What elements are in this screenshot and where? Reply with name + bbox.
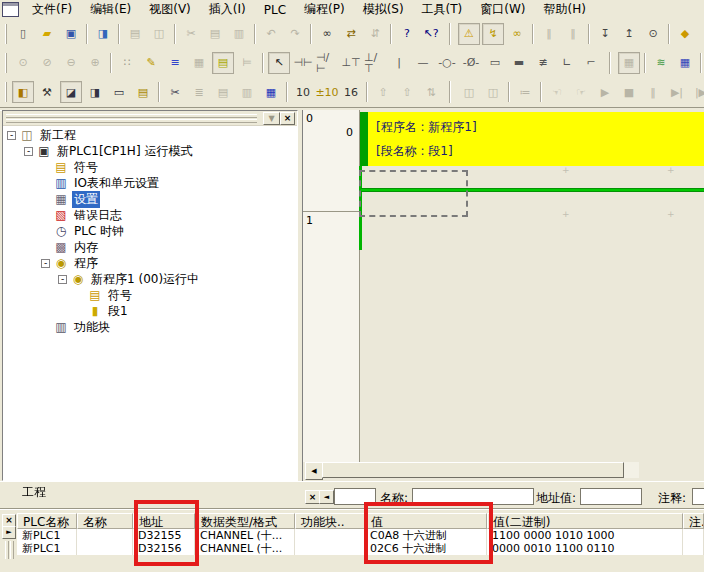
watch-row[interactable]: 新PLC1D32156CHANNEL (十...02C6 十六进制0000 00… bbox=[17, 542, 704, 555]
hex-display-button[interactable]: 16 bbox=[340, 81, 362, 103]
watch-column-header[interactable]: 注... bbox=[683, 513, 704, 529]
tree-item[interactable]: ▥ 功能块 bbox=[3, 319, 297, 335]
coil-button[interactable]: -○- bbox=[436, 52, 458, 74]
tree-item[interactable]: ▦ 设置 bbox=[3, 191, 297, 207]
monitor-button[interactable]: ↯ bbox=[482, 23, 504, 45]
delete-horizontal-button[interactable]: ⌐ bbox=[580, 52, 602, 74]
show-watch-window-button[interactable]: ◪ bbox=[60, 81, 82, 103]
comment-input[interactable] bbox=[692, 488, 704, 505]
zoom-cut-button[interactable]: ⊘ bbox=[36, 52, 58, 74]
ladder-cell-selection[interactable] bbox=[359, 170, 468, 217]
sheet-next-icon[interactable]: ► bbox=[2, 526, 16, 539]
watch-row[interactable]: 新PLC1D32155CHANNEL (十...C0A8 十六进制1100 00… bbox=[17, 529, 704, 542]
clock-pulse-button[interactable]: ▦ bbox=[674, 52, 696, 74]
diff-instruction-button[interactable]: ≢ bbox=[532, 52, 554, 74]
download-options-button[interactable]: ⇧ bbox=[396, 81, 418, 103]
tree-expander[interactable]: - bbox=[24, 147, 33, 156]
transfer-to-plc-button[interactable]: ↧ bbox=[594, 23, 616, 45]
sim-step-run-button[interactable]: ▶| bbox=[666, 81, 688, 103]
tab-project[interactable]: 工程 bbox=[8, 483, 60, 501]
tree-item[interactable]: ▤ 符号 bbox=[3, 159, 297, 175]
properties-button[interactable]: ▤ bbox=[132, 81, 154, 103]
copy-button[interactable]: ▤ bbox=[204, 23, 226, 45]
close-icon[interactable]: × bbox=[280, 112, 295, 125]
menu-item[interactable]: 视图(V) bbox=[140, 0, 200, 20]
watch-column-header[interactable]: 名称 bbox=[77, 513, 133, 529]
drag-grip[interactable] bbox=[6, 119, 257, 123]
show-project-tree-button[interactable]: ◧ bbox=[12, 81, 34, 103]
delete-vertical-button[interactable]: ∟ bbox=[556, 52, 578, 74]
menu-item[interactable]: 编辑(E) bbox=[81, 0, 140, 20]
verify-options-button[interactable]: ⇅ bbox=[420, 81, 442, 103]
sim-step-in-button[interactable]: |▶ bbox=[690, 81, 704, 103]
tree-titlebar[interactable]: ▼ × bbox=[3, 111, 297, 126]
monitor-data-button[interactable]: ◆ bbox=[698, 23, 704, 45]
address-value-input[interactable] bbox=[580, 488, 642, 505]
toolbox-button[interactable]: ⚒ bbox=[36, 81, 58, 103]
tree-item[interactable]: - ▣ 新PLC1[CP1H] 运行模式 bbox=[3, 143, 297, 159]
upload-options-button[interactable]: ⇧ bbox=[372, 81, 394, 103]
tree-item[interactable]: ▮ 段1 bbox=[3, 303, 297, 319]
horizontal-line-button[interactable]: — bbox=[412, 52, 434, 74]
menu-item[interactable]: 文件(F) bbox=[23, 0, 81, 20]
monitor-ladder-button[interactable]: ▤ bbox=[212, 52, 234, 74]
paste-button[interactable]: ▥ bbox=[228, 23, 250, 45]
drag-grip[interactable] bbox=[6, 114, 257, 118]
drag-grip[interactable] bbox=[5, 541, 9, 559]
transfer-from-plc-button[interactable]: ↥ bbox=[618, 23, 640, 45]
menu-item[interactable]: 工具(T) bbox=[413, 0, 472, 20]
contact-no-button[interactable]: ⊣⊢ bbox=[292, 52, 314, 74]
tree-item[interactable]: - ◉ 程序 bbox=[3, 255, 297, 271]
select-tool-button[interactable]: ↖ bbox=[268, 52, 290, 74]
watch-sheet-button[interactable]: ≔ bbox=[514, 81, 536, 103]
tree-item[interactable]: - ◫ 新工程 bbox=[3, 127, 297, 143]
zoom-window-button[interactable]: ⊙ bbox=[12, 52, 34, 74]
sim-stop-button[interactable]: ■ bbox=[618, 81, 640, 103]
transfer-program-button[interactable]: ◆ bbox=[674, 23, 696, 45]
open-file-button[interactable]: ▰ bbox=[36, 23, 58, 45]
ladder-editor[interactable]: 0 0 1 [程序名 : 新程序1] [段名称 : 段1] + + + + ◀ bbox=[302, 110, 704, 481]
sim-online-button[interactable]: ☜ bbox=[546, 81, 568, 103]
name-input[interactable] bbox=[412, 488, 534, 505]
menu-item[interactable]: 帮助(H) bbox=[535, 0, 595, 20]
menu-item[interactable]: 窗口(W) bbox=[471, 0, 534, 20]
tree-item[interactable]: - ◉ 新程序1 (00)运行中 bbox=[3, 271, 297, 287]
tree-item[interactable]: ▤ 符号 bbox=[3, 287, 297, 303]
watch-column-header[interactable]: PLC名称 bbox=[17, 513, 77, 529]
menu-item[interactable]: PLC bbox=[255, 1, 295, 19]
menu-item[interactable]: 模拟(S) bbox=[354, 0, 413, 20]
print-preview-button[interactable]: ◫ bbox=[148, 23, 170, 45]
io-table-window-button[interactable]: ▥ bbox=[236, 81, 258, 103]
help-button[interactable]: ? bbox=[396, 23, 418, 45]
watch-column-header[interactable]: 数据类型/格式 bbox=[195, 513, 295, 529]
current-cell-box[interactable] bbox=[334, 488, 376, 505]
instruction-variant-button[interactable]: ▬ bbox=[508, 52, 530, 74]
sim-run-button[interactable]: ▶ bbox=[594, 81, 616, 103]
binary-display-button[interactable]: ▦ bbox=[260, 81, 282, 103]
watch-column-header[interactable]: 地址 bbox=[133, 513, 195, 529]
drag-grip[interactable] bbox=[10, 541, 14, 559]
cut-button[interactable]: ✂ bbox=[180, 23, 202, 45]
monitor-window-2-button[interactable]: ◫ bbox=[482, 81, 504, 103]
scroll-left-icon[interactable]: ◀ bbox=[305, 462, 323, 480]
pause-b-button[interactable]: ‖ bbox=[562, 23, 584, 45]
pause-a-button[interactable]: ‖ bbox=[538, 23, 560, 45]
work-online-button[interactable]: ⚠ bbox=[458, 23, 480, 45]
watch-column-header[interactable]: 值 bbox=[365, 513, 487, 529]
document-preview-button[interactable]: ◨ bbox=[92, 23, 114, 45]
instruction-button[interactable]: ▭ bbox=[484, 52, 506, 74]
tree-item[interactable]: ▩ 内存 bbox=[3, 239, 297, 255]
context-help-button[interactable]: ↖? bbox=[420, 23, 442, 45]
or-contact-no-button[interactable]: ⊥⊤ bbox=[340, 52, 362, 74]
differential-monitor-button[interactable]: ≋ bbox=[650, 52, 672, 74]
closed-coil-button[interactable]: -Ø- bbox=[460, 52, 482, 74]
comment-button[interactable]: ✎ bbox=[140, 52, 162, 74]
monitor-update-button[interactable]: ▤ bbox=[212, 81, 234, 103]
watch-column-header[interactable]: 值(二进制) bbox=[487, 513, 683, 529]
rung-comment-button[interactable]: ≡ bbox=[164, 52, 186, 74]
program-check-button[interactable]: ✂ bbox=[164, 81, 186, 103]
rung-wrap-button[interactable]: ⊨ bbox=[236, 52, 258, 74]
replace-all-button[interactable]: ⇵ bbox=[364, 23, 386, 45]
undo-button[interactable]: ↶ bbox=[260, 23, 282, 45]
sim-pause-button[interactable]: ‖ bbox=[642, 81, 664, 103]
